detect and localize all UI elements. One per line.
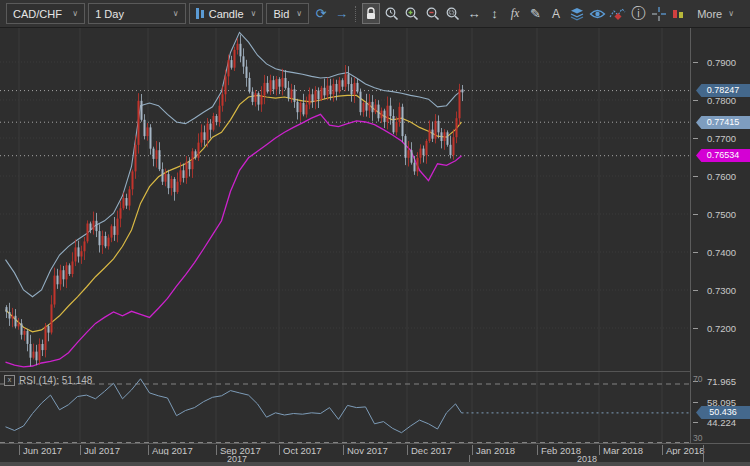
chart-toolbar: CAD/CHF ∨ 1 Day ∨ Candle ∨ Bid ∨ ⟳ → <box>0 0 750 28</box>
zoom-in-icon[interactable] <box>404 3 422 24</box>
price-axis[interactable]: 0.79000.78000.77000.76000.75000.74000.73… <box>690 28 750 455</box>
candle-type-icon <box>196 8 204 19</box>
year-tick <box>703 455 704 462</box>
rsi-tick <box>693 402 698 403</box>
chevron-down-icon: ∨ <box>296 9 302 18</box>
more-label: More <box>697 8 722 20</box>
chevron-down-icon: ∨ <box>251 9 257 18</box>
rsi-level-label: 30 <box>693 433 702 443</box>
vertical-scale-icon[interactable]: ↕ <box>486 3 504 24</box>
price-tick-label: 0.7200 <box>707 323 736 334</box>
month-tick <box>216 445 217 455</box>
price-tick-label: 0.7600 <box>707 171 736 182</box>
price-tick <box>693 252 698 253</box>
zoom-history-icon[interactable] <box>383 3 401 24</box>
month-tick <box>472 445 473 455</box>
price-tick <box>693 100 698 101</box>
price-tick <box>693 328 698 329</box>
price-tick <box>693 214 698 215</box>
month-tick <box>662 445 663 455</box>
chevron-down-icon: ∨ <box>72 9 78 18</box>
rsi-tick-label: 71.965 <box>707 376 736 387</box>
zoom-out-icon[interactable] <box>424 3 442 24</box>
year-axis: 20172018 <box>0 455 750 462</box>
price-badge: 0.77415 <box>696 116 750 129</box>
year-tick <box>469 455 470 462</box>
price-tick <box>693 62 698 63</box>
rsi-badge: 50.436 <box>696 406 750 419</box>
price-tick-label: 0.7700 <box>707 133 736 144</box>
text-tool-icon[interactable]: A <box>547 3 565 24</box>
timeframe-label: 1 Day <box>95 8 124 20</box>
timeframe-selector[interactable]: 1 Day ∨ <box>88 3 186 24</box>
more-button[interactable]: More ∨ <box>691 7 740 21</box>
price-tick-label: 0.7500 <box>707 209 736 220</box>
month-tick <box>537 445 538 455</box>
symbol-selector[interactable]: CAD/CHF ∨ <box>6 3 85 24</box>
price-tick-label: 0.7900 <box>707 57 736 68</box>
month-tick <box>703 445 704 455</box>
price-tick <box>693 176 698 177</box>
month-tick <box>19 445 20 455</box>
chart-colors-icon[interactable] <box>671 3 689 24</box>
rsi-chart-canvas[interactable] <box>0 372 690 443</box>
toolbar-separator <box>355 6 357 22</box>
price-mode-label: Bid <box>273 8 289 20</box>
chart-type-label: Candle <box>209 8 244 20</box>
price-tick <box>693 290 698 291</box>
rsi-title: RSI (14): 51.148 <box>19 375 92 386</box>
rsi-level-label: 70 <box>693 374 702 384</box>
price-tick <box>693 138 698 139</box>
draw-icon[interactable]: ✎ <box>527 3 545 24</box>
rsi-tick <box>693 422 698 423</box>
price-mode-selector[interactable]: Bid ∨ <box>266 3 309 24</box>
view-options-icon[interactable] <box>588 3 606 24</box>
time-axis[interactable]: Jun 2017Jul 2017Aug 2017Sep 2017Oct 2017… <box>0 443 750 455</box>
month-tick <box>407 445 408 455</box>
jump-to-latest-icon[interactable]: → <box>333 3 351 24</box>
month-tick <box>80 445 81 455</box>
info-icon[interactable]: ⓘ <box>630 3 648 24</box>
indicators-icon[interactable]: fx <box>506 3 524 24</box>
price-badge: 0.76534 <box>696 149 750 162</box>
trading-chart-window: CAD/CHF ∨ 1 Day ∨ Candle ∨ Bid ∨ ⟳ → <box>0 0 750 466</box>
price-tick-label: 0.7300 <box>707 285 736 296</box>
month-tick <box>343 445 344 455</box>
rsi-close-icon[interactable]: x <box>4 375 15 386</box>
price-badge: 0.78247 <box>696 84 750 97</box>
bottom-edge-strip <box>0 462 750 466</box>
crosshair-icon[interactable] <box>650 3 668 24</box>
chevron-down-icon: ∨ <box>173 9 179 18</box>
patterns-icon[interactable] <box>609 3 627 24</box>
month-tick <box>599 445 600 455</box>
month-tick <box>279 445 280 455</box>
rsi-header: x RSI (14): 51.148 <box>4 375 92 386</box>
price-chart-canvas[interactable] <box>0 28 690 371</box>
layers-icon[interactable] <box>568 3 586 24</box>
horizontal-scale-icon[interactable]: ↔ <box>465 3 483 24</box>
chart-type-selector[interactable]: Candle ∨ <box>189 3 264 24</box>
lock-scroll-icon[interactable] <box>362 3 380 24</box>
chevron-down-icon: ∨ <box>728 9 734 18</box>
month-tick <box>148 445 149 455</box>
symbol-label: CAD/CHF <box>13 8 62 20</box>
refresh-icon[interactable]: ⟳ <box>312 3 330 24</box>
price-tick-label: 0.7400 <box>707 247 736 258</box>
marquee-zoom-icon[interactable] <box>445 3 463 24</box>
